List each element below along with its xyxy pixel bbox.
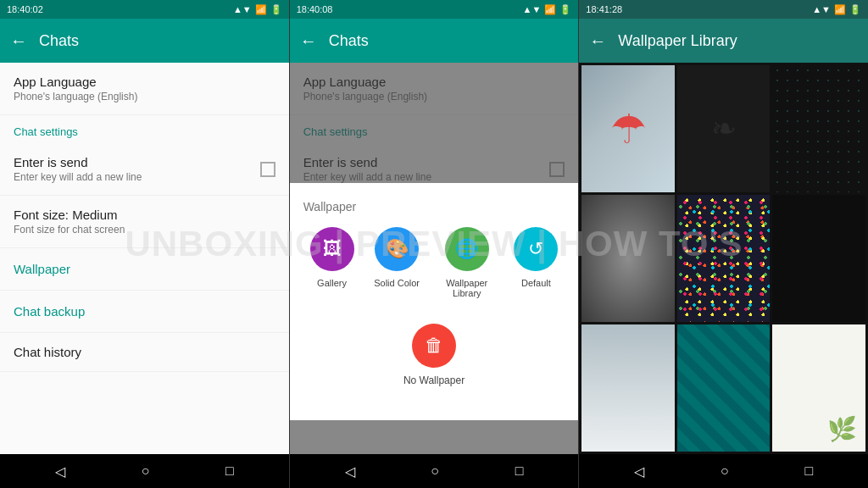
wallpaper-library-icon: 🌐 [445, 227, 489, 271]
enter-is-send-title: Enter is send [14, 155, 142, 169]
wallpaper-colorful-dots[interactable] [677, 195, 771, 322]
screen3-nav-bar: ◁ ○ □ [579, 454, 868, 488]
screen1-back-button[interactable]: ← [10, 31, 27, 51]
screen2-back-button[interactable]: ← [300, 31, 317, 51]
screen1-settings-list: App Language Phone's language (English) … [0, 63, 289, 372]
screen1-time: 18:40:02 [7, 4, 43, 14]
signal-icon: ▲▼ [233, 4, 252, 14]
screen3-back-button[interactable]: ← [589, 31, 606, 51]
screen3: 18:41:28 ▲▼ 📶 🔋 ← Wallpaper Library ◁ ○ [579, 0, 868, 488]
chat-history-title: Chat history [14, 345, 275, 359]
screen1: 18:40:02 ▲▼ 📶 🔋 ← Chats App Language Pho… [0, 0, 290, 488]
wallpaper-dark-dots[interactable] [772, 65, 865, 192]
screen1-content: App Language Phone's language (English) … [0, 63, 289, 454]
screen1-status-bar: 18:40:02 ▲▼ 📶 🔋 [0, 0, 289, 19]
screen1-status-icons: ▲▼ 📶 🔋 [233, 4, 282, 15]
screen3-status-icons: ▲▼ 📶 🔋 [812, 4, 861, 15]
chat-settings-header: Chat settings [0, 115, 289, 143]
screen2-recent-nav[interactable]: □ [515, 463, 524, 479]
screen1-home-nav[interactable]: ○ [142, 463, 150, 479]
no-wallpaper-label: No Wallpaper [403, 374, 465, 386]
screen2-time: 18:40:08 [297, 4, 333, 14]
screen1-back-nav[interactable]: ◁ [55, 463, 65, 480]
no-wallpaper-button[interactable]: 🗑 [412, 324, 456, 368]
bottom-sheet-title: Wallpaper [290, 197, 579, 227]
screen2-nav-bar: ◁ ○ □ [290, 454, 579, 488]
default-label: Default [521, 278, 551, 288]
font-size-title: Font size: Medium [14, 208, 275, 222]
chat-backup-item[interactable]: Chat backup [0, 291, 289, 333]
wallpaper-dark3[interactable] [772, 195, 865, 322]
screen3-wifi-icon: 📶 [834, 4, 846, 15]
screen1-toolbar: ← Chats [0, 19, 289, 63]
gallery-label: Gallery [317, 278, 347, 288]
enter-is-send-checkbox[interactable] [260, 162, 275, 177]
screen1-recent-nav[interactable]: □ [225, 463, 234, 479]
wallpaper-leaves[interactable] [772, 324, 865, 452]
wallpaper-title: Wallpaper [14, 262, 275, 276]
app-language-title: App Language [14, 75, 275, 89]
solid-color-option[interactable]: 🎨 Solid Color [374, 227, 420, 298]
screen2-battery-icon: 🔋 [559, 4, 571, 15]
gallery-option[interactable]: 🖼 Gallery [310, 227, 354, 298]
screen1-nav-bar: ◁ ○ □ [0, 454, 289, 488]
screen3-content [579, 63, 868, 454]
screen3-back-nav[interactable]: ◁ [634, 463, 644, 480]
gallery-icon: 🖼 [310, 227, 354, 271]
chat-history-item[interactable]: Chat history [0, 333, 289, 372]
battery-icon: 🔋 [270, 4, 282, 15]
wallpaper-umbrella[interactable] [581, 65, 675, 192]
no-wallpaper-section: 🗑 No Wallpaper [290, 298, 579, 400]
wallpaper-item[interactable]: Wallpaper [0, 248, 289, 291]
enter-is-send-item[interactable]: Enter is send Enter key will add a new l… [0, 143, 289, 196]
screen1-title: Chats [39, 32, 79, 50]
wallpaper-grid [579, 63, 868, 454]
default-option[interactable]: ↺ Default [514, 227, 558, 298]
wallpaper-bottom-sheet: Wallpaper 🖼 Gallery 🎨 Solid Color 🌐 Wall… [290, 183, 579, 420]
font-size-subtitle: Font size for chat screen [14, 224, 275, 236]
screen2-status-bar: 18:40:08 ▲▼ 📶 🔋 [290, 0, 579, 19]
wallpaper-teal-tiles[interactable] [677, 324, 771, 452]
font-size-item[interactable]: Font size: Medium Font size for chat scr… [0, 196, 289, 248]
screen3-title: Wallpaper Library [618, 32, 737, 50]
screen2-back-nav[interactable]: ◁ [345, 463, 355, 480]
wallpaper-moon[interactable] [581, 195, 675, 322]
solid-color-label: Solid Color [374, 278, 420, 288]
app-language-subtitle: Phone's language (English) [14, 91, 275, 103]
bottom-sheet-icons: 🖼 Gallery 🎨 Solid Color 🌐 Wallpaper Libr… [290, 227, 579, 298]
wallpaper-library-option[interactable]: 🌐 Wallpaper Library [440, 227, 494, 298]
wifi-icon: 📶 [255, 4, 267, 15]
screen3-time: 18:41:28 [586, 4, 622, 14]
screen2: 18:40:08 ▲▼ 📶 🔋 ← Chats App Language Pho… [290, 0, 580, 488]
screen2-toolbar: ← Chats [290, 19, 579, 63]
screen3-recent-nav[interactable]: □ [804, 463, 813, 479]
default-icon: ↺ [514, 227, 558, 271]
screen3-status-bar: 18:41:28 ▲▼ 📶 🔋 [579, 0, 868, 19]
screen2-status-icons: ▲▼ 📶 🔋 [523, 4, 572, 15]
screen2-content: App Language Phone's language (English) … [290, 63, 579, 454]
enter-is-send-subtitle: Enter key will add a new line [14, 171, 142, 183]
wallpaper-library-label: Wallpaper Library [440, 278, 494, 298]
screen2-title: Chats [329, 32, 369, 50]
screen2-wifi-icon: 📶 [544, 4, 556, 15]
wallpaper-clouds[interactable] [581, 324, 675, 452]
screen3-home-nav[interactable]: ○ [721, 463, 729, 479]
screen2-signal-icon: ▲▼ [523, 4, 542, 14]
wallpaper-dark-damask[interactable] [677, 65, 771, 192]
screen3-battery-icon: 🔋 [849, 4, 861, 15]
chat-backup-title: Chat backup [14, 304, 275, 319]
screen3-toolbar: ← Wallpaper Library [579, 19, 868, 63]
app-language-item[interactable]: App Language Phone's language (English) [0, 63, 289, 115]
solid-color-icon: 🎨 [375, 227, 419, 271]
screen2-home-nav[interactable]: ○ [431, 463, 439, 479]
screen3-signal-icon: ▲▼ [812, 4, 831, 14]
